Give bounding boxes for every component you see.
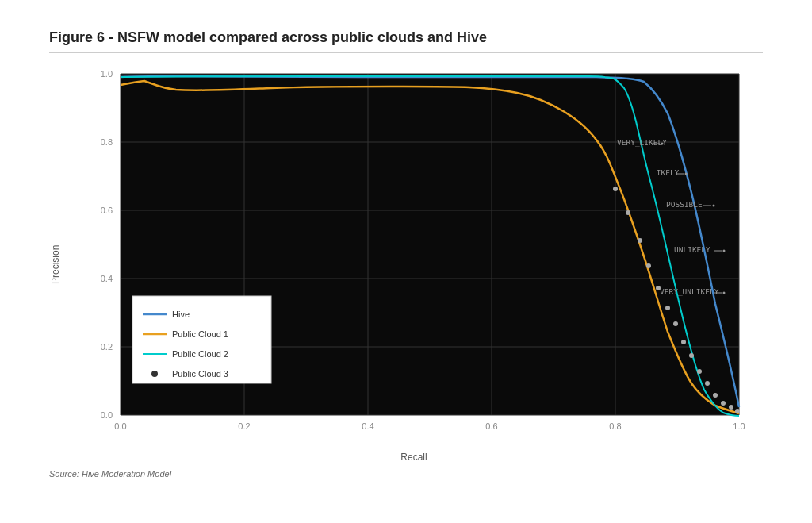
svg-text:POSSIBLE: POSSIBLE bbox=[666, 200, 703, 209]
chart-svg-container: 0.0 0.2 0.4 0.6 0.8 1.0 0.0 0.2 0.4 0.6 … bbox=[65, 66, 763, 447]
svg-text:UNLIKELY: UNLIKELY bbox=[674, 245, 710, 254]
svg-point-28 bbox=[646, 263, 651, 268]
svg-point-38 bbox=[729, 405, 733, 410]
svg-text:LIKELY: LIKELY bbox=[652, 168, 680, 177]
svg-point-35 bbox=[705, 381, 710, 386]
chart-svg: 0.0 0.2 0.4 0.6 0.8 1.0 0.0 0.2 0.4 0.6 … bbox=[65, 66, 763, 447]
svg-point-48 bbox=[713, 204, 715, 206]
svg-text:0.6: 0.6 bbox=[101, 206, 113, 215]
svg-point-39 bbox=[735, 409, 740, 413]
figure-container: Figure 6 - NSFW model compared across pu… bbox=[25, 13, 787, 510]
svg-text:0.4: 0.4 bbox=[101, 274, 113, 283]
svg-text:0.0: 0.0 bbox=[101, 410, 113, 420]
svg-text:0.2: 0.2 bbox=[101, 342, 113, 352]
svg-point-45 bbox=[685, 172, 688, 175]
svg-text:VERY_LIKELY: VERY_LIKELY bbox=[617, 138, 667, 147]
chart-wrapper: 0.0 0.2 0.4 0.6 0.8 1.0 0.0 0.2 0.4 0.6 … bbox=[65, 66, 763, 463]
svg-text:VERY_UNLIKELY: VERY_UNLIKELY bbox=[660, 287, 719, 296]
svg-point-51 bbox=[723, 249, 726, 252]
svg-point-42 bbox=[661, 142, 664, 144]
svg-text:0.4: 0.4 bbox=[362, 421, 373, 431]
svg-text:0.8: 0.8 bbox=[101, 137, 113, 147]
source-text: Source: Hive Moderation Model bbox=[49, 469, 763, 479]
svg-text:Public Cloud 1: Public Cloud 1 bbox=[172, 329, 228, 339]
svg-point-36 bbox=[713, 393, 718, 398]
svg-point-25 bbox=[613, 187, 618, 191]
svg-text:0.0: 0.0 bbox=[114, 421, 126, 431]
svg-text:0.2: 0.2 bbox=[238, 421, 250, 431]
svg-text:0.8: 0.8 bbox=[609, 421, 621, 431]
svg-text:0.6: 0.6 bbox=[485, 421, 497, 431]
svg-point-30 bbox=[665, 306, 670, 310]
svg-text:Hive: Hive bbox=[172, 310, 190, 319]
chart-area: Precision bbox=[49, 66, 763, 463]
svg-point-33 bbox=[689, 353, 694, 358]
svg-point-34 bbox=[697, 369, 702, 374]
svg-point-26 bbox=[626, 210, 630, 215]
svg-point-27 bbox=[638, 238, 642, 243]
svg-text:1.0: 1.0 bbox=[101, 69, 113, 79]
y-axis-label: Precision bbox=[49, 66, 62, 463]
svg-text:Public Cloud 3: Public Cloud 3 bbox=[172, 369, 228, 379]
svg-point-31 bbox=[673, 321, 678, 326]
svg-text:Public Cloud 2: Public Cloud 2 bbox=[172, 349, 228, 359]
x-axis-label: Recall bbox=[65, 452, 763, 463]
svg-point-32 bbox=[681, 340, 686, 344]
svg-point-54 bbox=[723, 291, 726, 294]
svg-text:1.0: 1.0 bbox=[733, 421, 745, 431]
svg-point-62 bbox=[151, 371, 158, 377]
svg-point-37 bbox=[721, 401, 726, 406]
figure-title: Figure 6 - NSFW model compared across pu… bbox=[49, 29, 763, 53]
